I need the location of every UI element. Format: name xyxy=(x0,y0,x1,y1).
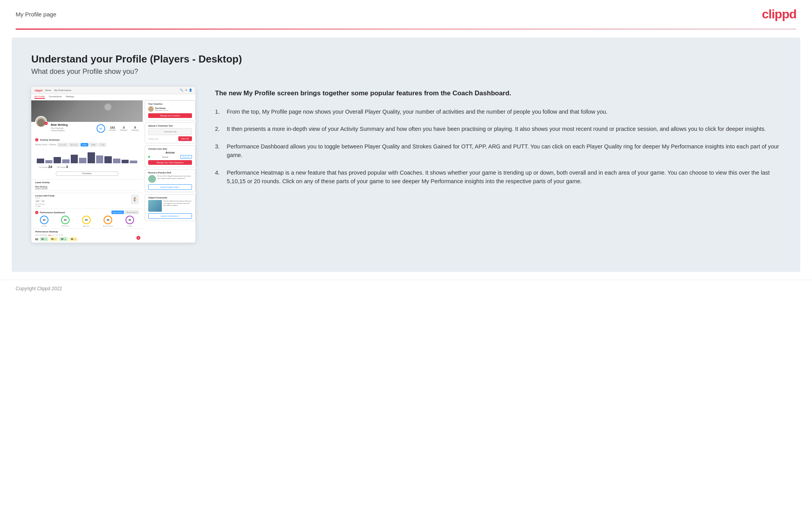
feature-item-2: It then presents a more in-depth view of… xyxy=(215,125,781,133)
ring-96: 96 xyxy=(125,216,134,224)
ring-off-tee: 90 Off the Tee xyxy=(61,216,70,227)
coaches-title: Your Coaches xyxy=(148,103,192,105)
toggle-3-mth[interactable]: 3 Mths xyxy=(81,143,88,146)
connect-app-name: Arccos xyxy=(162,156,168,158)
community-card: Clippd Community Visit the Clippd Commun… xyxy=(145,194,195,221)
settings-icon: ⚙ xyxy=(185,89,187,92)
activity-subtitle: Lesson sub text xyxy=(35,188,139,190)
following-stat: 5 Following xyxy=(131,126,139,131)
ring-90: 90 xyxy=(61,216,70,224)
feature-item-4-text: Performance Heatmap is a new feature tha… xyxy=(227,168,781,186)
main-content: Understand your Profile (Players - Deskt… xyxy=(12,37,800,272)
main-heading: Understand your Profile (Players - Deskt… xyxy=(31,53,781,65)
manage-coaches-button[interactable]: Manage Your Coaches xyxy=(148,113,192,118)
heatmap-section: Performance Heatmap 5 Round Change: ▬▬ ▲… xyxy=(31,229,143,243)
toggle-1-yr[interactable]: 1 Year xyxy=(99,143,106,146)
toggle-6-mth[interactable]: 6 Mths xyxy=(90,143,97,146)
heatmap-controls: 5 Round Change: ▬▬ ▲ 5 10 15 20 xyxy=(35,234,139,236)
manage-integrations-button[interactable]: Manage Your Data Integrations xyxy=(148,160,192,165)
toggle-off-course[interactable]: Off-course xyxy=(69,143,79,146)
disconnect-button[interactable]: Disconnect xyxy=(180,155,192,159)
lesson-figure: 🏌️ xyxy=(131,195,139,204)
perf-controls: Player Quality Strokes Gained xyxy=(111,211,139,214)
bar-12 xyxy=(130,161,137,163)
feature-item-3-text: Performance Dashboard allows you to togg… xyxy=(227,142,781,160)
bar-10 xyxy=(113,159,120,163)
activity-chart xyxy=(35,148,139,163)
trackman-link-label: Trackman Link xyxy=(148,138,158,140)
bar-9 xyxy=(104,156,112,163)
activities-stat: 131 Activities xyxy=(109,126,116,131)
two-column-layout: clippd Home My Performance 🔍 ⚙ 👤 My Prof… xyxy=(31,87,781,243)
text-column: The new My Profile screen brings togethe… xyxy=(215,87,781,195)
latest-activity-section: Latest Activity Blair McHarg Lesson sub … xyxy=(31,180,143,193)
ring-around-green: 86 Around Green xyxy=(103,216,113,227)
nav-my-performance: My Performance xyxy=(54,89,72,91)
drill-title: Record a Practice Drill xyxy=(148,171,192,174)
trackman-row: Trackman Link Add Link xyxy=(148,136,192,141)
browser-icons: 🔍 ⚙ 👤 xyxy=(180,89,192,92)
logo: clippd xyxy=(762,7,796,21)
badge-2: 2 xyxy=(35,138,38,141)
perf-title: 3 Performance Dashboard xyxy=(35,211,65,214)
btn-strokes-gained[interactable]: Strokes Gained xyxy=(125,211,139,214)
browser-nav: clippd Home My Performance 🔍 ⚙ 👤 xyxy=(31,87,195,94)
badge-3: 3 xyxy=(35,211,38,214)
ring-85: 85 xyxy=(82,216,91,224)
feature-list: From the top, My Profile page now shows … xyxy=(215,107,781,186)
tag-1: golf xyxy=(35,200,40,202)
lesson-detail: Lesson xyxy=(35,197,129,199)
launch-capture-button[interactable]: Launch Capture App ↗ xyxy=(148,184,192,190)
performance-section: 3 Performance Dashboard Player Quality S… xyxy=(31,209,143,229)
ring-putting: 96 Putting xyxy=(125,216,134,227)
badge-4: 4 xyxy=(136,236,140,240)
ring-overall: 92 Overall xyxy=(40,216,48,227)
feature-item-1: From the top, My Profile page now shows … xyxy=(215,107,781,116)
heatmap-overall: 92 xyxy=(35,238,38,241)
coach-item: Dan Davies Abergele Golf Club xyxy=(148,106,192,112)
mockup-right: Your Coaches Dan Davies Abergele Golf Cl… xyxy=(145,100,195,243)
feature-item-1-text: From the top, My Profile page now shows … xyxy=(227,107,608,116)
connect-title: Connect your data xyxy=(148,148,192,150)
community-image xyxy=(148,200,162,212)
heatmap-off-tee: 90 ↓↓ xyxy=(40,237,48,241)
content-header: Understand your Profile (Players - Deskt… xyxy=(31,53,781,76)
toggle-on-course[interactable]: On-course xyxy=(57,143,68,146)
header: My Profile page clippd xyxy=(0,0,812,29)
mockup-logo: clippd xyxy=(34,89,43,92)
profile-stats: 92 131 Activities 3 Followers xyxy=(97,122,139,133)
drill-item: Be one of the Clippd Community and note … xyxy=(148,175,192,183)
bar-4 xyxy=(62,159,70,163)
heatmap-putting: 96 ↓↓ xyxy=(69,237,77,241)
quality-ring: 92 xyxy=(97,124,105,133)
coach-club: Abergele Golf Club xyxy=(155,109,168,111)
footer: Copyright Clippd 2022 xyxy=(0,280,812,297)
profile-section: 1 Blair McHarg Plus Handicap United King… xyxy=(31,122,143,136)
activity-item-1: Blair McHarg Lesson sub text xyxy=(35,185,139,191)
arccos-logo: Arccos xyxy=(148,151,192,154)
badge-1: 1 xyxy=(45,122,48,125)
bar-3 xyxy=(54,157,61,163)
add-link-button[interactable]: Add Link xyxy=(178,136,192,141)
btn-player-quality[interactable]: Player Quality xyxy=(111,211,124,214)
community-title: Clippd Community xyxy=(148,196,192,199)
heatmap-around-green: 86 ↓↓ xyxy=(59,237,68,241)
mockup-body: 1 Blair McHarg Plus Handicap United King… xyxy=(31,100,195,243)
page-title: My Profile page xyxy=(16,11,56,18)
avatar-wrapper: 1 xyxy=(35,122,47,133)
launch-community-button[interactable]: Launch Community ↗ xyxy=(148,213,192,219)
lesson-section: Lesson with Fondy Lesson golf ott 0h 1h … xyxy=(31,193,143,209)
all-activities-button[interactable]: All Activities xyxy=(56,171,118,176)
connect-card: Connect your data Arccos Arccos Disconne… xyxy=(145,145,195,167)
perf-header: 3 Performance Dashboard Player Quality S… xyxy=(35,211,139,214)
bar-11 xyxy=(122,160,129,163)
feature-item-3: Performance Dashboard allows you to togg… xyxy=(215,142,781,160)
bar-6 xyxy=(79,158,86,163)
community-item: Visit the Clippd Community and discover … xyxy=(148,200,192,212)
activity-controls: Monthly Activity - 6 Months On-course Of… xyxy=(35,143,139,146)
trackman-input[interactable]: Trackman Link xyxy=(148,128,192,135)
trackman-card: Upload a Trackman Test Trackman Link Tra… xyxy=(145,122,195,143)
lesson-images: 1 Image xyxy=(35,205,129,207)
heatmap-title: Performance Heatmap xyxy=(35,230,139,233)
rounds-5: 5 xyxy=(54,234,55,236)
